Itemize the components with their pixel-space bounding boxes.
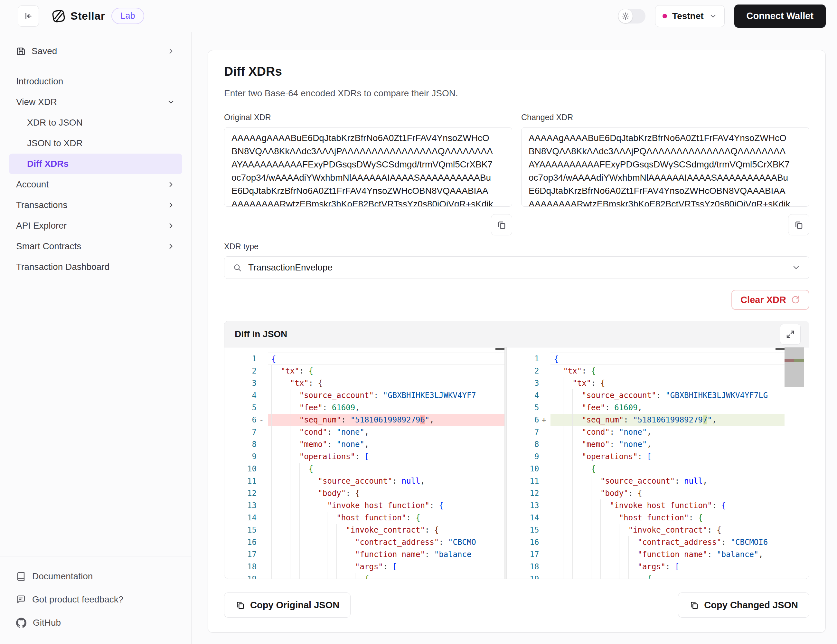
copy-changed-json-label: Copy Changed JSON	[704, 600, 798, 611]
original-xdr-input[interactable]	[224, 127, 512, 207]
changed-xdr-input[interactable]	[521, 127, 809, 207]
code-line-content: "fee": 61609,	[550, 401, 784, 414]
line-number: 1	[507, 353, 539, 365]
diff-delete-marker: -	[256, 414, 268, 426]
diff-xdrs-page: Diff XDRs Enter two Base-64 encoded XDRs…	[208, 50, 826, 633]
expand-diff-button[interactable]	[780, 324, 801, 345]
refresh-icon	[791, 295, 800, 305]
code-line-content: "invoke_host_function": {	[268, 499, 504, 512]
indent-guide	[271, 524, 272, 536]
line-number: 7	[507, 426, 539, 438]
pane-divider[interactable]	[504, 347, 507, 578]
code-line-content: "function_name": "balance",	[550, 549, 784, 560]
indent-guide	[610, 536, 610, 549]
sidebar-footer-label: Documentation	[32, 571, 93, 582]
copy-original-json-button[interactable]: Copy Original JSON	[224, 593, 351, 618]
diff-pane-changed[interactable]: 1{2 "tx": {3 "tx": {4 "source_account": …	[507, 347, 784, 578]
diff-marker	[539, 475, 550, 487]
diff-marker	[256, 560, 268, 573]
diff-marker	[256, 487, 268, 499]
indent-guide	[271, 499, 272, 512]
indent-guide	[591, 475, 591, 487]
sidebar-footer-got-product-feedback-[interactable]: Got product feedback?	[16, 588, 175, 611]
indent-guide	[281, 573, 281, 578]
diff-marker	[539, 560, 550, 573]
code-line: 19 {	[507, 573, 784, 578]
indent-guide	[290, 512, 290, 524]
line-number: 10	[507, 463, 539, 475]
code-line: 8 "memo": "none",	[224, 438, 504, 450]
ruler-viewport-thumb[interactable]	[784, 347, 804, 387]
sidebar-item-view-xdr[interactable]: View XDR	[9, 92, 182, 112]
copy-changed-xdr-button[interactable]	[788, 214, 809, 235]
code-line-content: {	[268, 573, 504, 578]
copy-original-json-label: Copy Original JSON	[250, 600, 339, 611]
diff-pane-original[interactable]: 1{2 "tx": {3 "tx": {4 "source_account": …	[224, 347, 504, 578]
copy-icon	[497, 220, 506, 230]
code-line: 9 "operations": [	[507, 450, 784, 463]
diff-overview-ruler[interactable]	[784, 347, 809, 578]
sidebar-item-smart-contracts[interactable]: Smart Contracts	[9, 236, 182, 256]
line-number: 10	[224, 463, 256, 475]
indent-guide	[327, 560, 327, 573]
indent-guide	[281, 499, 281, 512]
indent-guide	[290, 463, 290, 475]
network-select[interactable]: Testnet	[655, 5, 725, 27]
xdr-type-value: TransactionEnvelope	[248, 263, 785, 273]
code-line: 16 "contract_address": "CBCMO	[224, 536, 504, 549]
sidebar-footer: DocumentationGot product feedback?GitHub	[0, 556, 191, 644]
code-line: 1{	[224, 353, 504, 365]
sidebar-collapse-button[interactable]	[18, 5, 39, 27]
code-line-content: {	[268, 463, 504, 475]
indent-guide	[290, 438, 290, 450]
indent-guide	[619, 524, 619, 536]
sidebar-item-diff-xdrs[interactable]: Diff XDRs	[9, 154, 182, 174]
diff-marker	[256, 499, 268, 512]
sidebar-footer-documentation[interactable]: Documentation	[16, 565, 175, 588]
sidebar-item-introduction[interactable]: Introduction	[9, 71, 182, 92]
code-line-content: "invoke_host_function": {	[550, 499, 784, 512]
chevron-right-icon	[167, 222, 175, 230]
sidebar-footer-github[interactable]: GitHub	[16, 611, 175, 634]
indent-guide	[554, 499, 554, 512]
indent-guide	[554, 487, 554, 499]
brand[interactable]: Stellar	[51, 9, 105, 23]
indent-guide	[629, 560, 629, 573]
indent-guide	[290, 560, 290, 573]
sidebar-item-api-explorer[interactable]: API Explorer	[9, 215, 182, 236]
sidebar-item-xdr-to-json[interactable]: XDR to JSON	[9, 112, 182, 133]
indent-guide	[299, 524, 300, 536]
copy-changed-json-button[interactable]: Copy Changed JSON	[678, 593, 809, 618]
sidebar-item-json-to-xdr[interactable]: JSON to XDR	[9, 133, 182, 154]
diff-json-title: Diff in JSON	[235, 329, 287, 339]
indent-guide	[554, 389, 554, 401]
sidebar-item-saved[interactable]: Saved	[9, 41, 182, 61]
diff-marker	[539, 450, 550, 463]
changed-xdr-field: Changed XDR	[521, 113, 809, 235]
diff-json-header: Diff in JSON	[224, 321, 809, 347]
indent-guide	[281, 524, 281, 536]
indent-guide	[299, 512, 300, 524]
chevron-right-icon	[167, 180, 175, 189]
sidebar-item-account[interactable]: Account	[9, 174, 182, 195]
indent-guide	[318, 499, 318, 512]
indent-guide	[327, 536, 327, 549]
code-line: 12 "body": {	[507, 487, 784, 499]
chevron-down-icon	[792, 263, 801, 272]
sidebar-item-transaction-dashboard[interactable]: Transaction Dashboard	[9, 256, 182, 277]
indent-guide	[610, 573, 610, 578]
xdr-type-select[interactable]: TransactionEnvelope	[224, 256, 809, 279]
line-number: 19	[224, 573, 256, 578]
connect-wallet-button[interactable]: Connect Wallet	[734, 5, 826, 28]
scrollbar-thumb[interactable]	[496, 348, 504, 350]
theme-toggle[interactable]	[618, 9, 645, 23]
scrollbar-thumb[interactable]	[776, 348, 784, 350]
clear-xdr-button[interactable]: Clear XDR	[731, 290, 809, 310]
indent-guide	[554, 549, 554, 560]
copy-original-xdr-button[interactable]	[491, 214, 512, 235]
indent-guide	[299, 487, 300, 499]
code-line: 13 "invoke_host_function": {	[507, 499, 784, 512]
line-number: 9	[507, 450, 539, 463]
indent-guide	[591, 573, 591, 578]
sidebar-item-transactions[interactable]: Transactions	[9, 195, 182, 215]
